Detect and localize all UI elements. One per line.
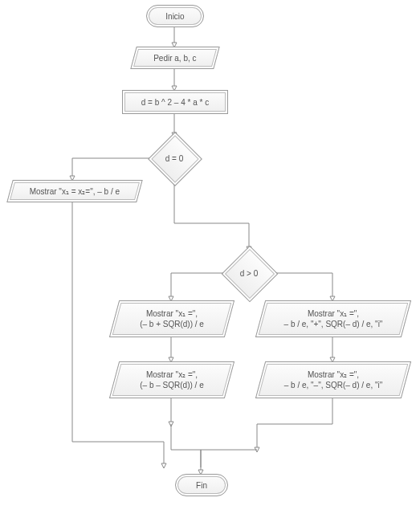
end-node: Fin — [175, 474, 228, 496]
out-neg2-l1: Mostrar "x₂ =", — [266, 369, 401, 380]
out-neg2-l2: – b / e, "–", SQR(– d) / e, "i" — [266, 380, 401, 390]
out-equal-label: Mostrar "x₁ = x₂=", – b / e — [30, 187, 120, 196]
out-pos2-l2: (– b – SQR(d)) / e — [120, 380, 224, 390]
decision-d-eq-0: d = 0 — [156, 140, 193, 177]
calc-d-label: d = b ^ 2 – 4 * a * c — [141, 97, 209, 108]
output-pos2-node: Mostrar "x₂ =", (– b – SQR(d)) / e — [109, 361, 234, 398]
out-pos2-l1: Mostrar "x₂ =", — [120, 369, 224, 380]
end-label: Fin — [196, 480, 207, 491]
out-pos1-l1: Mostrar "x₁ =", — [120, 308, 224, 319]
calc-d-node: d = b ^ 2 – 4 * a * c — [122, 90, 228, 114]
out-pos1-l2: (– b + SQR(d)) / e — [120, 319, 224, 329]
output-neg2-node: Mostrar "x₂ =", – b / e, "–", SQR(– d) /… — [255, 361, 411, 398]
out-neg1-l2: – b / e, "+", SQR(– d) / e, "i" — [266, 319, 401, 329]
start-node: Inicio — [146, 5, 204, 27]
input-label: Pedir a, b, c — [153, 54, 196, 63]
out-neg1-l1: Mostrar "x₁ =", — [266, 308, 401, 319]
decision-d-gt-0: d > 0 — [230, 254, 268, 292]
output-equal-node: Mostrar "x₁ = x₂=", – b / e — [6, 180, 143, 202]
flowchart-canvas: Inicio Pedir a, b, c d = b ^ 2 – 4 * a *… — [0, 0, 420, 514]
input-node: Pedir a, b, c — [130, 47, 220, 69]
start-label: Inicio — [165, 11, 184, 22]
output-neg1-node: Mostrar "x₁ =", – b / e, "+", SQR(– d) /… — [255, 300, 411, 337]
output-pos1-node: Mostrar "x₁ =", (– b + SQR(d)) / e — [109, 300, 234, 337]
